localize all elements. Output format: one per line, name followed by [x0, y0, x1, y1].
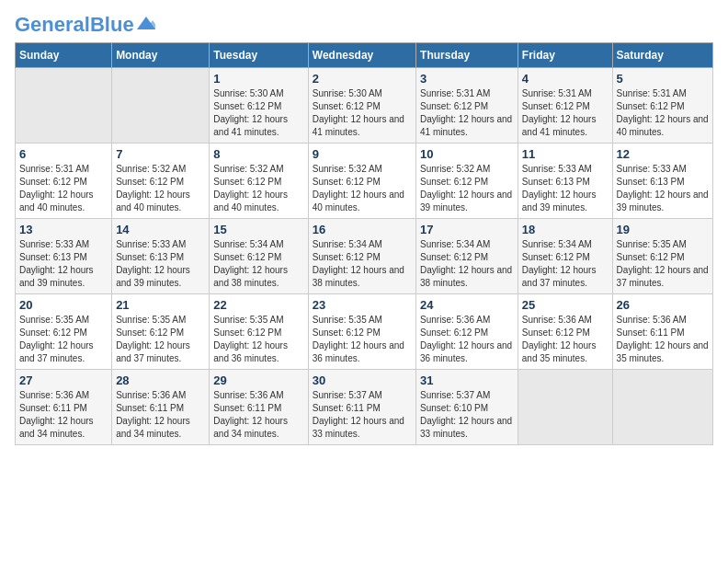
cell-info: Sunrise: 5:34 AMSunset: 6:12 PMDaylight:…	[213, 238, 303, 290]
cell-date: 18	[522, 223, 609, 236]
cell-info: Sunrise: 5:37 AMSunset: 6:11 PMDaylight:…	[313, 389, 412, 441]
cell-date: 25	[522, 298, 609, 312]
calendar-cell: 5Sunrise: 5:31 AMSunset: 6:12 PMDaylight…	[612, 68, 712, 144]
cell-info: Sunrise: 5:33 AMSunset: 6:13 PMDaylight:…	[522, 163, 609, 214]
calendar-cell: 16Sunrise: 5:34 AMSunset: 6:12 PMDayligh…	[308, 219, 415, 294]
cell-date: 15	[213, 223, 303, 236]
cell-date: 8	[213, 147, 303, 161]
calendar-cell: 20Sunrise: 5:35 AMSunset: 6:12 PMDayligh…	[16, 294, 112, 370]
calendar-cell	[112, 68, 210, 144]
calendar-cell	[518, 370, 612, 445]
calendar-body: 1Sunrise: 5:30 AMSunset: 6:12 PMDaylight…	[16, 68, 713, 445]
calendar-cell	[612, 370, 712, 445]
day-header-thursday: Thursday	[416, 43, 518, 68]
page-header: GeneralBlue	[15, 15, 713, 35]
calendar-cell: 25Sunrise: 5:36 AMSunset: 6:12 PMDayligh…	[518, 294, 612, 370]
cell-date: 30	[313, 373, 412, 387]
logo: GeneralBlue	[15, 15, 155, 35]
week-row-2: 6Sunrise: 5:31 AMSunset: 6:12 PMDaylight…	[16, 144, 713, 219]
day-header-wednesday: Wednesday	[308, 43, 415, 68]
calendar-cell: 23Sunrise: 5:35 AMSunset: 6:12 PMDayligh…	[308, 294, 415, 370]
cell-info: Sunrise: 5:32 AMSunset: 6:12 PMDaylight:…	[420, 163, 514, 214]
calendar-cell	[16, 68, 112, 144]
calendar-cell: 19Sunrise: 5:35 AMSunset: 6:12 PMDayligh…	[612, 219, 712, 294]
logo-icon	[137, 17, 155, 29]
cell-info: Sunrise: 5:31 AMSunset: 6:12 PMDaylight:…	[617, 87, 709, 139]
cell-date: 14	[116, 223, 205, 236]
cell-date: 27	[19, 373, 108, 387]
calendar-table: SundayMondayTuesdayWednesdayThursdayFrid…	[15, 42, 713, 445]
cell-date: 20	[19, 298, 108, 312]
calendar-cell: 8Sunrise: 5:32 AMSunset: 6:12 PMDaylight…	[210, 144, 308, 219]
cell-date: 29	[213, 373, 303, 387]
cell-date: 22	[213, 298, 303, 312]
calendar-cell: 31Sunrise: 5:37 AMSunset: 6:10 PMDayligh…	[416, 370, 518, 445]
calendar-cell: 6Sunrise: 5:31 AMSunset: 6:12 PMDaylight…	[16, 144, 112, 219]
calendar-cell: 4Sunrise: 5:31 AMSunset: 6:12 PMDaylight…	[518, 68, 612, 144]
calendar-cell: 11Sunrise: 5:33 AMSunset: 6:13 PMDayligh…	[518, 144, 612, 219]
cell-date: 16	[313, 223, 412, 236]
calendar-cell: 30Sunrise: 5:37 AMSunset: 6:11 PMDayligh…	[308, 370, 415, 445]
cell-info: Sunrise: 5:35 AMSunset: 6:12 PMDaylight:…	[19, 314, 108, 365]
cell-info: Sunrise: 5:35 AMSunset: 6:12 PMDaylight:…	[313, 314, 412, 365]
cell-date: 10	[420, 147, 514, 161]
calendar-cell: 9Sunrise: 5:32 AMSunset: 6:12 PMDaylight…	[308, 144, 415, 219]
day-header-tuesday: Tuesday	[210, 43, 308, 68]
cell-info: Sunrise: 5:36 AMSunset: 6:12 PMDaylight:…	[522, 314, 609, 365]
cell-date: 2	[313, 72, 412, 86]
cell-date: 4	[522, 72, 609, 86]
calendar-cell: 15Sunrise: 5:34 AMSunset: 6:12 PMDayligh…	[210, 219, 308, 294]
calendar-cell: 29Sunrise: 5:36 AMSunset: 6:11 PMDayligh…	[210, 370, 308, 445]
week-row-5: 27Sunrise: 5:36 AMSunset: 6:11 PMDayligh…	[16, 370, 713, 445]
week-row-3: 13Sunrise: 5:33 AMSunset: 6:13 PMDayligh…	[16, 219, 713, 294]
logo-blue: Blue	[90, 13, 134, 36]
cell-info: Sunrise: 5:33 AMSunset: 6:13 PMDaylight:…	[19, 238, 108, 290]
calendar-cell: 13Sunrise: 5:33 AMSunset: 6:13 PMDayligh…	[16, 219, 112, 294]
day-header-monday: Monday	[112, 43, 210, 68]
cell-info: Sunrise: 5:36 AMSunset: 6:11 PMDaylight:…	[116, 389, 205, 441]
cell-info: Sunrise: 5:34 AMSunset: 6:12 PMDaylight:…	[420, 238, 514, 290]
calendar-cell: 10Sunrise: 5:32 AMSunset: 6:12 PMDayligh…	[416, 144, 518, 219]
calendar-cell: 26Sunrise: 5:36 AMSunset: 6:11 PMDayligh…	[612, 294, 712, 370]
calendar-cell: 18Sunrise: 5:34 AMSunset: 6:12 PMDayligh…	[518, 219, 612, 294]
day-header-friday: Friday	[518, 43, 612, 68]
calendar-cell: 2Sunrise: 5:30 AMSunset: 6:12 PMDaylight…	[308, 68, 415, 144]
cell-date: 7	[116, 147, 205, 161]
logo-general: General	[15, 13, 90, 36]
cell-info: Sunrise: 5:36 AMSunset: 6:11 PMDaylight:…	[19, 389, 108, 441]
cell-date: 24	[420, 298, 514, 312]
cell-date: 12	[617, 147, 709, 161]
week-row-4: 20Sunrise: 5:35 AMSunset: 6:12 PMDayligh…	[16, 294, 713, 370]
cell-info: Sunrise: 5:35 AMSunset: 6:12 PMDaylight:…	[617, 238, 709, 290]
cell-info: Sunrise: 5:34 AMSunset: 6:12 PMDaylight:…	[313, 238, 412, 290]
week-row-1: 1Sunrise: 5:30 AMSunset: 6:12 PMDaylight…	[16, 68, 713, 144]
cell-info: Sunrise: 5:36 AMSunset: 6:11 PMDaylight:…	[617, 314, 709, 365]
calendar-header: SundayMondayTuesdayWednesdayThursdayFrid…	[16, 43, 713, 68]
calendar-cell: 3Sunrise: 5:31 AMSunset: 6:12 PMDaylight…	[416, 68, 518, 144]
cell-info: Sunrise: 5:30 AMSunset: 6:12 PMDaylight:…	[313, 87, 412, 139]
cell-info: Sunrise: 5:32 AMSunset: 6:12 PMDaylight:…	[213, 163, 303, 214]
cell-date: 19	[617, 223, 709, 236]
header-row: SundayMondayTuesdayWednesdayThursdayFrid…	[16, 43, 713, 68]
calendar-cell: 14Sunrise: 5:33 AMSunset: 6:13 PMDayligh…	[112, 219, 210, 294]
cell-date: 17	[420, 223, 514, 236]
cell-info: Sunrise: 5:36 AMSunset: 6:11 PMDaylight:…	[213, 389, 303, 441]
cell-info: Sunrise: 5:30 AMSunset: 6:12 PMDaylight:…	[213, 87, 303, 139]
day-header-saturday: Saturday	[612, 43, 712, 68]
cell-date: 3	[420, 72, 514, 86]
cell-info: Sunrise: 5:31 AMSunset: 6:12 PMDaylight:…	[19, 163, 108, 214]
calendar-cell: 7Sunrise: 5:32 AMSunset: 6:12 PMDaylight…	[112, 144, 210, 219]
cell-date: 5	[617, 72, 709, 86]
cell-info: Sunrise: 5:33 AMSunset: 6:13 PMDaylight:…	[617, 163, 709, 214]
cell-info: Sunrise: 5:32 AMSunset: 6:12 PMDaylight:…	[116, 163, 205, 214]
cell-date: 9	[313, 147, 412, 161]
cell-info: Sunrise: 5:37 AMSunset: 6:10 PMDaylight:…	[420, 389, 514, 441]
cell-info: Sunrise: 5:31 AMSunset: 6:12 PMDaylight:…	[420, 87, 514, 139]
cell-date: 26	[617, 298, 709, 312]
cell-info: Sunrise: 5:32 AMSunset: 6:12 PMDaylight:…	[313, 163, 412, 214]
cell-date: 23	[313, 298, 412, 312]
calendar-cell: 12Sunrise: 5:33 AMSunset: 6:13 PMDayligh…	[612, 144, 712, 219]
cell-date: 6	[19, 147, 108, 161]
day-header-sunday: Sunday	[16, 43, 112, 68]
calendar-cell: 27Sunrise: 5:36 AMSunset: 6:11 PMDayligh…	[16, 370, 112, 445]
